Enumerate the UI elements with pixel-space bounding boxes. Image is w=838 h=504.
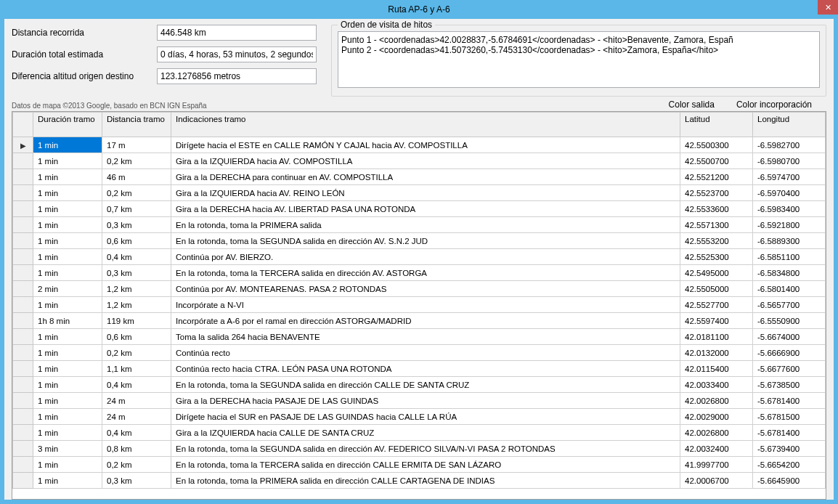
cell-duracion[interactable]: 2 min <box>33 281 102 297</box>
cell-longitud[interactable]: -5.6781400 <box>753 425 826 441</box>
cell-indicaciones[interactable]: En la rotonda, toma la SEGUNDA salida en… <box>171 377 680 393</box>
cell-longitud[interactable]: -6.5982700 <box>753 137 826 153</box>
col-indicaciones[interactable]: Indicaciones tramo <box>171 113 680 137</box>
cell-duracion[interactable]: 1 min <box>33 393 102 409</box>
cell-distancia[interactable]: 119 km <box>102 313 171 329</box>
cell-duracion[interactable]: 1 min <box>33 185 102 201</box>
table-row[interactable]: 1 min0,3 kmEn la rotonda, toma la TERCER… <box>13 265 826 281</box>
table-row[interactable]: 1h 8 min119 kmIncorpórate a A-6 por el r… <box>13 313 826 329</box>
cell-duracion[interactable]: 3 min <box>33 441 102 457</box>
cell-longitud[interactable]: -5.6645900 <box>753 473 826 489</box>
cell-indicaciones[interactable]: Gira a la DERECHA hacia PASAJE DE LAS GU… <box>171 393 680 409</box>
cell-duracion[interactable]: 1 min <box>33 473 102 489</box>
cell-distancia[interactable]: 0,2 km <box>102 457 171 473</box>
cell-distancia[interactable]: 0,2 km <box>102 185 171 201</box>
table-row[interactable]: 1 min46 mGira a la DERECHA para continua… <box>13 169 826 185</box>
cell-distancia[interactable]: 17 m <box>102 137 171 153</box>
cell-indicaciones[interactable]: Toma la salida 264 hacia BENAVENTE <box>171 329 680 345</box>
cell-longitud[interactable]: -5.6677600 <box>753 361 826 377</box>
cell-latitud[interactable]: 42.5527700 <box>680 297 753 313</box>
cell-duracion[interactable]: 1 min <box>33 137 102 153</box>
cell-latitud[interactable]: 41.9997700 <box>680 457 753 473</box>
cell-latitud[interactable]: 42.5571300 <box>680 217 753 233</box>
altitud-input[interactable] <box>157 68 317 84</box>
table-row[interactable]: 1 min24 mGira a la DERECHA hacia PASAJE … <box>13 393 826 409</box>
cell-indicaciones[interactable]: Continúa por AV. BIERZO. <box>171 249 680 265</box>
cell-latitud[interactable]: 42.0033400 <box>680 377 753 393</box>
table-row[interactable]: 1 min0,3 kmEn la rotonda, toma la PRIMER… <box>13 473 826 489</box>
cell-longitud[interactable]: -6.5980700 <box>753 153 826 169</box>
cell-distancia[interactable]: 0,6 km <box>102 233 171 249</box>
cell-duracion[interactable]: 1 min <box>33 217 102 233</box>
cell-duracion[interactable]: 1 min <box>33 169 102 185</box>
cell-indicaciones[interactable]: Gira a la IZQUIERDA hacia CALLE DE SANTA… <box>171 425 680 441</box>
cell-indicaciones[interactable]: Incorpórate a A-6 por el ramal en direcc… <box>171 313 680 329</box>
cell-distancia[interactable]: 0,4 km <box>102 377 171 393</box>
cell-latitud[interactable]: 42.5495000 <box>680 265 753 281</box>
cell-indicaciones[interactable]: En la rotonda, toma la SEGUNDA salida en… <box>171 441 680 457</box>
table-row[interactable]: 1 min1,2 kmIncorpórate a N-VI42.5527700-… <box>13 297 826 313</box>
table-row[interactable]: 1 min24 mDirígete hacia el SUR en PASAJE… <box>13 409 826 425</box>
cell-duracion[interactable]: 1 min <box>33 457 102 473</box>
cell-longitud[interactable]: -5.6666900 <box>753 345 826 361</box>
cell-duracion[interactable]: 1 min <box>33 345 102 361</box>
cell-latitud[interactable]: 42.5500300 <box>680 137 753 153</box>
table-row[interactable]: 1 min0,6 kmEn la rotonda, toma la SEGUND… <box>13 233 826 249</box>
cell-indicaciones[interactable]: Gira a la DERECHA hacia AV. LIBERTAD PAS… <box>171 201 680 217</box>
distancia-input[interactable] <box>157 25 317 41</box>
cell-latitud[interactable]: 42.5597400 <box>680 313 753 329</box>
cell-distancia[interactable]: 46 m <box>102 169 171 185</box>
cell-longitud[interactable]: -6.5851100 <box>753 249 826 265</box>
cell-distancia[interactable]: 0,3 km <box>102 265 171 281</box>
cell-latitud[interactable]: 42.5500700 <box>680 153 753 169</box>
cell-latitud[interactable]: 42.5533600 <box>680 201 753 217</box>
table-row[interactable]: 1 min0,2 kmContinúa recto42.0132000-5.66… <box>13 345 826 361</box>
table-row[interactable]: 1 min0,4 kmContinúa por AV. BIERZO.42.55… <box>13 249 826 265</box>
cell-indicaciones[interactable]: Continúa recto <box>171 345 680 361</box>
cell-distancia[interactable]: 1,2 km <box>102 297 171 313</box>
cell-indicaciones[interactable]: Dirígete hacia el ESTE en CALLE RAMÓN Y … <box>171 137 680 153</box>
cell-indicaciones[interactable]: En la rotonda, toma la PRIMERA salida en… <box>171 473 680 489</box>
cell-longitud[interactable]: -6.5970400 <box>753 185 826 201</box>
cell-latitud[interactable]: 42.5505000 <box>680 281 753 297</box>
data-grid[interactable]: Duración tramo Distancia tramo Indicacio… <box>12 111 826 500</box>
cell-longitud[interactable]: -6.5834800 <box>753 265 826 281</box>
table-row[interactable]: 1 min0,3 kmEn la rotonda, toma la PRIMER… <box>13 217 826 233</box>
cell-distancia[interactable]: 24 m <box>102 393 171 409</box>
table-row[interactable]: 1 min0,4 kmGira a la IZQUIERDA hacia CAL… <box>13 425 826 441</box>
cell-distancia[interactable]: 0,2 km <box>102 153 171 169</box>
cell-longitud[interactable]: -5.6738500 <box>753 377 826 393</box>
table-row[interactable]: 1 min0,4 kmEn la rotonda, toma la SEGUND… <box>13 377 826 393</box>
cell-distancia[interactable]: 0,3 km <box>102 473 171 489</box>
cell-latitud[interactable]: 42.0032400 <box>680 441 753 457</box>
cell-indicaciones[interactable]: Gira a la DERECHA para continuar en AV. … <box>171 169 680 185</box>
table-row[interactable]: 3 min0,8 kmEn la rotonda, toma la SEGUND… <box>13 441 826 457</box>
col-distancia[interactable]: Distancia tramo <box>102 113 171 137</box>
table-row[interactable]: ▶1 min17 mDirígete hacia el ESTE en CALL… <box>13 137 826 153</box>
cell-latitud[interactable]: 42.5523700 <box>680 185 753 201</box>
orden-textarea[interactable] <box>338 31 820 88</box>
cell-duracion[interactable]: 1 min <box>33 265 102 281</box>
cell-distancia[interactable]: 0,8 km <box>102 441 171 457</box>
cell-longitud[interactable]: -6.5801400 <box>753 281 826 297</box>
cell-duracion[interactable]: 1 min <box>33 233 102 249</box>
cell-duracion[interactable]: 1 min <box>33 153 102 169</box>
close-button[interactable]: ✕ <box>818 0 838 15</box>
cell-distancia[interactable]: 0,4 km <box>102 425 171 441</box>
cell-duracion[interactable]: 1 min <box>33 329 102 345</box>
cell-latitud[interactable]: 42.0132000 <box>680 345 753 361</box>
cell-longitud[interactable]: -5.6674000 <box>753 329 826 345</box>
cell-duracion[interactable]: 1 min <box>33 249 102 265</box>
grid-scroll[interactable]: Duración tramo Distancia tramo Indicacio… <box>12 112 826 499</box>
cell-longitud[interactable]: -5.6739400 <box>753 441 826 457</box>
cell-indicaciones[interactable]: En la rotonda, toma la PRIMERA salida <box>171 217 680 233</box>
cell-distancia[interactable]: 0,6 km <box>102 329 171 345</box>
cell-indicaciones[interactable]: En la rotonda, toma la SEGUNDA salida en… <box>171 233 680 249</box>
cell-latitud[interactable]: 42.0026800 <box>680 393 753 409</box>
cell-longitud[interactable]: -6.5550900 <box>753 313 826 329</box>
col-latitud[interactable]: Latitud <box>680 113 753 137</box>
table-row[interactable]: 1 min1,1 kmContinúa recto hacia CTRA. LE… <box>13 361 826 377</box>
cell-latitud[interactable]: 42.0006700 <box>680 473 753 489</box>
cell-indicaciones[interactable]: Gira a la IZQUIERDA hacia AV. COMPOSTILL… <box>171 153 680 169</box>
cell-longitud[interactable]: -5.6781400 <box>753 393 826 409</box>
